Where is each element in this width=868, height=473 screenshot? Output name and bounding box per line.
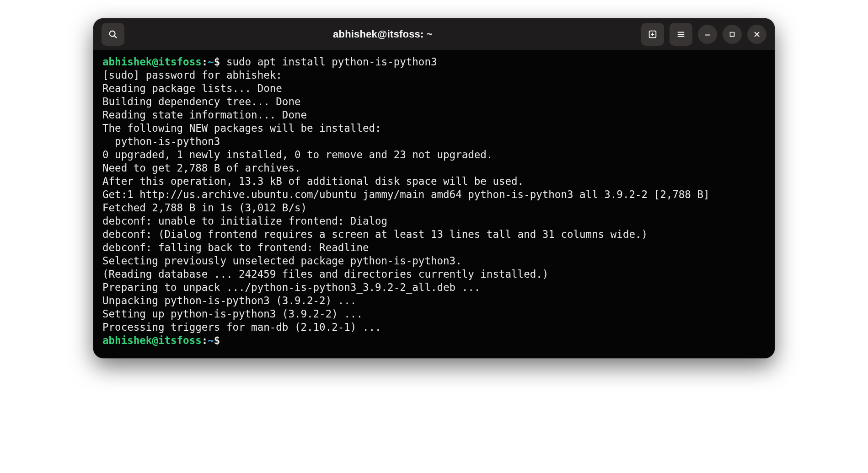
output-line: Unpacking python-is-python3 (3.9.2-2) ..…	[102, 295, 356, 306]
output-line: Setting up python-is-python3 (3.9.2-2) .…	[102, 308, 363, 320]
search-button[interactable]	[102, 23, 124, 46]
svg-rect-9	[730, 32, 734, 37]
minimize-button[interactable]	[698, 25, 717, 44]
prompt-dollar: $	[214, 334, 220, 346]
hamburger-icon	[676, 29, 686, 39]
output-line: Reading package lists... Done	[102, 82, 282, 94]
prompt-dollar: $	[214, 56, 220, 68]
prompt-colon: :	[202, 334, 208, 346]
new-tab-button[interactable]	[641, 23, 664, 46]
terminal-body[interactable]: abhishek@itsfoss:~$ sudo apt install pyt…	[93, 51, 775, 358]
command-text: sudo apt install python-is-python3	[220, 56, 437, 68]
output-line: [sudo] password for abhishek:	[102, 69, 288, 81]
prompt-user-host: abhishek@itsfoss	[102, 56, 202, 68]
terminal-window: abhishek@itsfoss: ~	[93, 18, 775, 358]
cursor-space	[220, 334, 226, 346]
output-line: debconf: unable to initialize frontend: …	[102, 215, 387, 227]
output-line: Need to get 2,788 B of archives.	[102, 162, 300, 174]
output-line: debconf: (Dialog frontend requires a scr…	[102, 228, 648, 240]
menu-button[interactable]	[670, 23, 692, 46]
output-line: (Reading database ... 242459 files and d…	[102, 268, 548, 280]
maximize-button[interactable]	[723, 25, 742, 44]
prompt-colon: :	[202, 56, 208, 68]
prompt-user-host: abhishek@itsfoss	[102, 334, 202, 346]
output-line: Processing triggers for man-db (2.10.2-1…	[102, 321, 381, 333]
maximize-icon	[728, 30, 736, 38]
new-tab-icon	[648, 29, 658, 39]
output-line: Reading state information... Done	[102, 109, 307, 121]
output-line: python-is-python3	[102, 135, 220, 147]
minimize-icon	[703, 30, 712, 38]
window-title: abhishek@itsfoss: ~	[124, 28, 641, 40]
output-line: The following NEW packages will be insta…	[102, 122, 381, 134]
search-icon	[108, 29, 118, 39]
titlebar-right	[641, 23, 766, 46]
output-line: Fetched 2,788 B in 1s (3,012 B/s)	[102, 202, 307, 214]
output-line: After this operation, 13.3 kB of additio…	[102, 175, 524, 187]
prompt-path: ~	[208, 334, 214, 346]
titlebar: abhishek@itsfoss: ~	[93, 18, 775, 51]
svg-line-1	[114, 36, 116, 38]
output-line: 0 upgraded, 1 newly installed, 0 to remo…	[102, 149, 493, 161]
output-line: Selecting previously unselected package …	[102, 255, 462, 267]
output-line: Preparing to unpack .../python-is-python…	[102, 281, 480, 293]
output-line: Building dependency tree... Done	[102, 96, 300, 108]
titlebar-left	[102, 23, 124, 46]
prompt-path: ~	[208, 56, 214, 68]
output-line: debconf: falling back to frontend: Readl…	[102, 242, 369, 253]
close-icon	[753, 30, 761, 38]
output-line: Get:1 http://us.archive.ubuntu.com/ubunt…	[102, 188, 710, 200]
close-button[interactable]	[747, 25, 766, 44]
